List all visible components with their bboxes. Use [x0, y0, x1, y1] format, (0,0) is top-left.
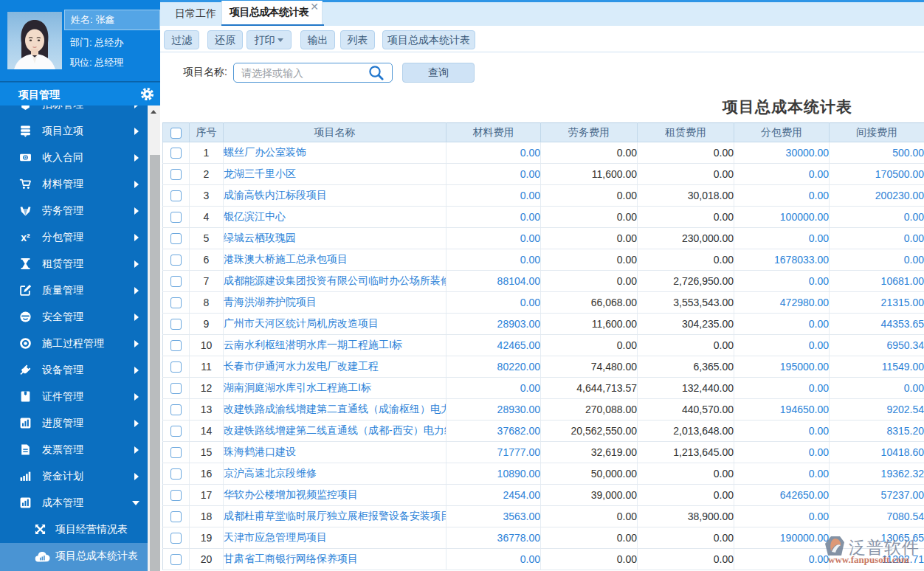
svg-text:0: 0	[24, 155, 27, 160]
